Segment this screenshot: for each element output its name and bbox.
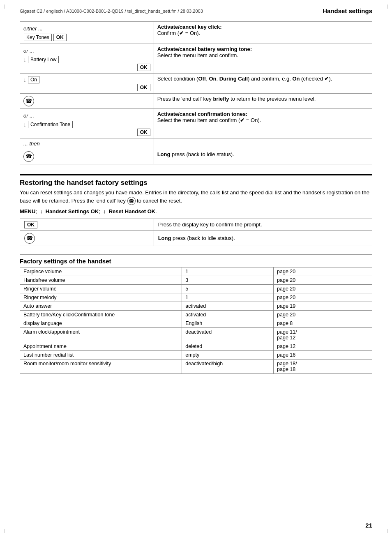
- phone-icon-1: ☎: [23, 96, 34, 106]
- table-row: ↓ On OK Select condition (Off, On, Durin…: [20, 74, 372, 94]
- factory-cell-4-2: page 19: [274, 302, 372, 310]
- long-press-text-1: Long press (back to idle status).: [157, 151, 369, 157]
- left-cell-phone2: ☎: [20, 149, 154, 164]
- factory-table-row: Auto answeractivatedpage 19: [20, 302, 372, 310]
- factory-cell-4-0: Auto answer: [20, 302, 182, 310]
- table-row: either ... Key Tones OK Activate/cancel …: [20, 22, 372, 44]
- right-cell-key-click: Activate/cancel key click: Confirm (✔ = …: [154, 22, 372, 44]
- factory-cell-1-2: page 20: [274, 276, 372, 284]
- ok-right-5: OK: [23, 129, 150, 136]
- restore-left-phone: ☎: [20, 230, 154, 246]
- factory-table-row: Appointment namedeletedpage 12: [20, 342, 372, 350]
- battery-warning-heading: Activate/cancel battery warning tone:: [157, 46, 369, 52]
- left-cell-or2: or ... ↓ Confirmation Tone OK: [20, 109, 154, 138]
- corner-mark-br: |: [387, 528, 388, 533]
- menu-line: MENU; ↓ Handset Settings OK; ↓ Reset Han…: [20, 208, 372, 214]
- condition-text: Select condition (Off, On, During Call) …: [157, 76, 369, 82]
- down-arrow-3: ↓: [23, 121, 26, 128]
- page-number: 21: [365, 522, 372, 529]
- either-label: either ...: [23, 24, 150, 33]
- table-row: ☎ Press the 'end call' key briefly to re…: [20, 94, 372, 109]
- factory-table-row: Alarm clock/appointmentdeactivatedpage 1…: [20, 327, 372, 342]
- factory-cell-2-0: Ringer volume: [20, 284, 182, 293]
- down-arrow-1: ↓: [23, 56, 26, 63]
- page-header: Gigaset C2 / englisch / A31008-C002-B001…: [20, 7, 372, 17]
- factory-cell-3-0: Ringer melody: [20, 293, 182, 302]
- down-arrow-2: ↓: [23, 76, 26, 83]
- factory-cell-6-2: page 8: [274, 319, 372, 327]
- confirmation-tone-ui-row: ↓ Confirmation Tone: [23, 120, 150, 129]
- battery-low-box: Battery Low: [28, 56, 59, 63]
- table-row: ... then: [20, 138, 372, 149]
- table-row: or ... ↓ Battery Low OK Activate/cancel …: [20, 44, 372, 74]
- left-cell-or1: or ... ↓ Battery Low OK: [20, 44, 154, 74]
- factory-cell-0-1: 1: [182, 267, 274, 276]
- ok-box-2: OK: [137, 64, 150, 71]
- phone-icon-2: ☎: [23, 151, 34, 162]
- factory-cell-0-2: page 20: [274, 267, 372, 276]
- key-tones-box: Key Tones: [24, 34, 52, 41]
- confirmation-heading: Activate/cancel confirmation tones:: [157, 111, 369, 117]
- factory-cell-6-1: English: [182, 319, 274, 327]
- factory-table-row: Battery tone/Key click/Confirmation tone…: [20, 310, 372, 319]
- factory-cell-0-0: Earpiece volume: [20, 267, 182, 276]
- factory-cell-5-2: page 20: [274, 310, 372, 319]
- factory-table-row: Handsfree volume3page 20: [20, 276, 372, 284]
- restore-confirm-text: Press the display key to confirm the pro…: [158, 221, 262, 228]
- right-cell-long-press: Long press (back to idle status).: [154, 149, 372, 164]
- section1-body: You can reset settings and changes you h…: [20, 189, 372, 205]
- ok-box-5: OK: [137, 129, 150, 136]
- left-cell-then: ... then: [20, 138, 154, 149]
- factory-cell-5-0: Battery tone/Key click/Confirmation tone: [20, 310, 182, 319]
- restore-left-ok: OK: [20, 219, 154, 230]
- factory-cell-2-2: page 20: [274, 284, 372, 293]
- ok-right-3: OK: [23, 84, 150, 91]
- right-cell-battery-warning: Activate/cancel battery warning tone: Se…: [154, 44, 372, 74]
- on-ui-row: ↓ On: [23, 76, 150, 84]
- factory-cell-3-2: page 20: [274, 293, 372, 302]
- right-cell-confirmation: Activate/cancel confirmation tones: Sele…: [154, 109, 372, 138]
- or-label-1: or ...: [23, 46, 150, 55]
- factory-cell-1-0: Handsfree volume: [20, 276, 182, 284]
- table-row: ☎ Long press (back to idle status).: [20, 230, 372, 246]
- phone-icon-3: ☎: [24, 233, 35, 244]
- factory-cell-5-1: activated: [182, 310, 274, 319]
- table-row: ☎ Long press (back to idle status).: [20, 149, 372, 164]
- briefly-text: Press the 'end call' key briefly to retu…: [157, 96, 369, 102]
- section2-heading: Factory settings of the handset: [20, 254, 372, 265]
- battery-low-ui-row: ↓ Battery Low: [23, 55, 150, 64]
- key-click-text: Confirm (✔ = On).: [157, 30, 369, 36]
- header-title: Handset settings: [323, 7, 372, 14]
- factory-table-row: Earpiece volume1page 20: [20, 267, 372, 276]
- ok-box-1: OK: [53, 34, 67, 41]
- restore-right-confirm: Press the display key to confirm the pro…: [154, 219, 372, 230]
- battery-warning-text: Select the menu item and confirm.: [157, 52, 369, 58]
- factory-cell-2-1: 5: [182, 284, 274, 293]
- left-cell-either: either ... Key Tones OK: [20, 22, 154, 44]
- key-tones-ui-row: Key Tones OK: [23, 33, 150, 41]
- left-cell-phone1: ☎: [20, 94, 154, 109]
- factory-cell-7-2: page 11/ page 12: [274, 327, 372, 342]
- factory-table-row: Ringer volume5page 20: [20, 284, 372, 293]
- factory-cell-10-1: deactivated/high: [182, 359, 274, 373]
- factory-cell-9-1: empty: [182, 350, 274, 359]
- factory-cell-8-0: Appointment name: [20, 342, 182, 350]
- factory-cell-4-1: activated: [182, 302, 274, 310]
- restore-table: OK Press the display key to confirm the …: [20, 219, 372, 246]
- factory-table-row: Last number redial listemptypage 16: [20, 350, 372, 359]
- factory-cell-1-1: 3: [182, 276, 274, 284]
- instruction-table: either ... Key Tones OK Activate/cancel …: [20, 21, 372, 164]
- factory-cell-3-1: 1: [182, 293, 274, 302]
- table-row: OK Press the display key to confirm the …: [20, 219, 372, 230]
- right-cell-then-empty: [154, 138, 372, 149]
- confirmation-text: Select the menu item and confirm (✔ = On…: [157, 117, 369, 123]
- factory-cell-6-0: display language: [20, 319, 182, 327]
- factory-cell-9-2: page 16: [274, 350, 372, 359]
- factory-cell-7-1: deactivated: [182, 327, 274, 342]
- left-cell-on: ↓ On OK: [20, 74, 154, 94]
- factory-cell-9-0: Last number redial list: [20, 350, 182, 359]
- factory-cell-10-2: page 18/ page 18: [274, 359, 372, 373]
- corner-mark-bl: |: [4, 528, 5, 533]
- factory-table-row: Ringer melody1page 20: [20, 293, 372, 302]
- factory-cell-8-2: page 12: [274, 342, 372, 350]
